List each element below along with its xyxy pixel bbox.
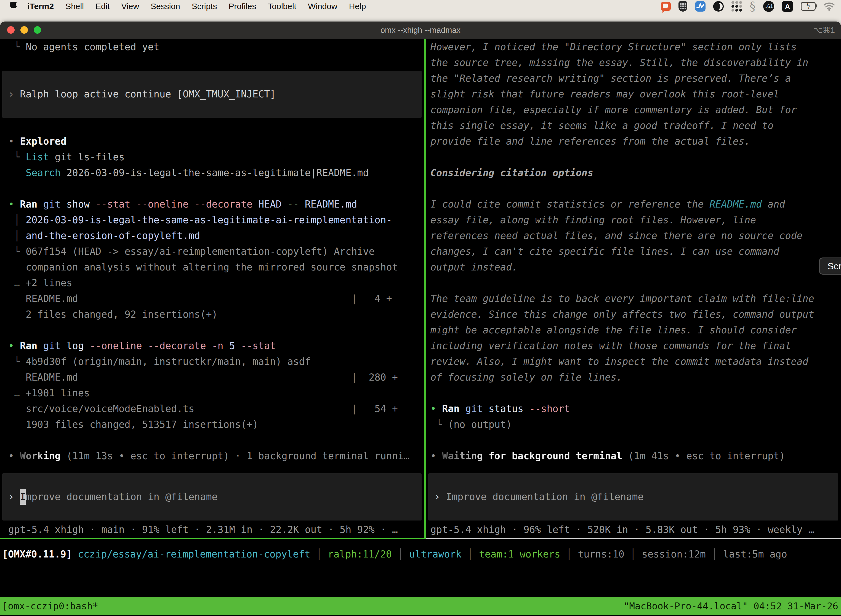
- below-tmux-strip: [0, 615, 841, 616]
- blank-line: [8, 55, 424, 70]
- squiggle-icon[interactable]: §: [750, 1, 756, 12]
- terminal-line: this single essay, it seems like a good …: [431, 118, 841, 133]
- menu-item-edit[interactable]: Edit: [90, 1, 116, 11]
- window-title-bar[interactable]: omx --xhigh --madmax ⌥⌘1: [0, 22, 841, 39]
- omx-segment: │: [392, 549, 409, 560]
- terminal-line: However, I noticed the "Directory Struct…: [431, 39, 841, 55]
- left-prompt-input[interactable]: › Improve documentation in @filename: [2, 473, 422, 521]
- omx-status-area: [OMX#0.11.9] cczip/essay/ai-reimplementa…: [0, 539, 841, 597]
- omx-status-line: [OMX#0.11.9] cczip/essay/ai-reimplementa…: [0, 539, 841, 562]
- chat-bubble-icon[interactable]: [661, 2, 671, 11]
- right-pane-scroll: However, I noticed the "Directory Struct…: [426, 39, 841, 464]
- left-status-line: gpt-5.4 xhigh · main · 91% left · 2.31M …: [8, 522, 422, 538]
- terminal-line: 2 files changed, 92 insertions(+): [8, 307, 424, 322]
- omx-segment: [OMX#0.11.9]: [2, 549, 78, 560]
- omx-segment: turns:10: [578, 549, 624, 560]
- terminal-line: … +2 lines: [8, 275, 424, 291]
- window-title: omx --xhigh --madmax: [381, 26, 460, 35]
- battery-icon[interactable]: ϟ: [801, 2, 816, 11]
- terminal-line: 1903 files changed, 513517 insertions(+): [8, 417, 424, 433]
- menu-item-window[interactable]: Window: [302, 1, 343, 11]
- blank-line: [431, 275, 841, 291]
- diff-stat-line: README.md | 4 +: [8, 291, 424, 307]
- terminal-line: review. Also, I might want to inspect th…: [431, 354, 841, 370]
- terminal-line: └ (no output): [431, 417, 841, 433]
- tmux-status-bar: [omx-cczip0:bash* "MacBook-Pro-44.local"…: [0, 597, 841, 615]
- right-prompt-chevron: ›: [434, 489, 446, 505]
- omx-segment: │: [560, 549, 578, 560]
- timer-badge-icon[interactable]: ..61: [763, 1, 774, 12]
- terminal-panes: └ No agents completed yet› Ralph loop ac…: [0, 39, 841, 538]
- menu-item-scripts[interactable]: Scripts: [186, 1, 223, 11]
- terminal-line: companion file, especially if more comme…: [431, 102, 841, 118]
- terminal-line: • Ran git status --short: [431, 401, 841, 417]
- wifi-icon[interactable]: [823, 2, 835, 11]
- menu-item-iterm2[interactable]: iTerm2: [22, 1, 60, 11]
- terminal-line: └ No agents completed yet: [8, 39, 424, 55]
- terminal-line: The team guideline is to back every impo…: [431, 291, 841, 307]
- left-pane[interactable]: └ No agents completed yet› Ralph loop ac…: [0, 39, 424, 538]
- blank-line: [431, 385, 841, 401]
- input-source-label: A: [785, 3, 790, 10]
- blank-line: [8, 322, 424, 338]
- timer-badge-label: ..61: [764, 3, 773, 9]
- left-input-text: mprove documentation in @filename: [26, 489, 217, 505]
- omx-segment: ultrawork: [409, 549, 462, 560]
- left-pane-scroll: └ No agents completed yet› Ralph loop ac…: [0, 39, 424, 464]
- terminal-line: including verification notes with those …: [431, 338, 841, 354]
- menu-item-profiles[interactable]: Profiles: [223, 1, 262, 11]
- omx-segment: last:5m ago: [723, 549, 787, 560]
- tmux-session-label: [omx-cczip0:bash*: [0, 601, 98, 612]
- omx-segment: cczip/essay/ai-reimplementation-copyleft: [78, 549, 311, 560]
- omx-segment: team:1 workers: [479, 549, 560, 560]
- screen-share-tooltip-text: Scre: [828, 261, 841, 271]
- terminal-line: │ and-the-erosion-of-copyleft.md: [8, 228, 424, 244]
- menu-item-help[interactable]: Help: [343, 1, 372, 11]
- terminal-line: … +1901 lines: [8, 385, 424, 401]
- terminal-line: the "Related research writing" section i…: [431, 70, 841, 87]
- terminal-line: │ 2026-03-09-is-legal-the-same-as-legiti…: [8, 212, 424, 228]
- crescent-icon[interactable]: [713, 1, 724, 12]
- minimize-button[interactable]: [21, 26, 28, 34]
- terminal-line: output instead.: [431, 260, 841, 275]
- terminal-line: └ List git ls-files: [8, 149, 424, 165]
- window-shortcut-badge: ⌥⌘1: [813, 25, 835, 35]
- screen-share-tooltip: Scre: [819, 258, 841, 274]
- terminal-line: • Explored: [8, 133, 424, 149]
- terminal-line: provide file and line references from th…: [431, 133, 841, 149]
- diff-stat-line: src/voice/voiceModeEnabled.ts | 54 +: [8, 401, 424, 417]
- blue-zigzag-badge-icon[interactable]: [695, 1, 706, 12]
- omx-segment: │: [624, 549, 642, 560]
- omx-segment: │: [706, 549, 723, 560]
- terminal-line: • Ran git log --oneline --decorate -n 5 …: [8, 338, 424, 354]
- menu-bar-left: iTerm2ShellEditViewSessionScriptsProfile…: [0, 0, 372, 13]
- charging-bolt-icon: ϟ: [806, 4, 810, 9]
- apple-menu-icon[interactable]: [9, 1, 18, 11]
- shield-grid-icon[interactable]: [678, 1, 687, 12]
- right-status-line: gpt-5.4 xhigh · 96% left · 520K in · 5.8…: [431, 522, 839, 538]
- terminal-line: └ 4b9d30f (origin/main, instructkr/main,…: [8, 354, 424, 370]
- input-source-icon[interactable]: A: [782, 1, 793, 12]
- close-button[interactable]: [7, 26, 15, 34]
- right-input-text: Improve documentation in @filename: [446, 489, 643, 505]
- terminal-line: I could cite commit statistics or refere…: [431, 197, 841, 212]
- traffic-lights: [7, 26, 41, 34]
- right-pane[interactable]: However, I noticed the "Directory Struct…: [426, 39, 841, 538]
- blank-line: [8, 181, 424, 197]
- omx-segment: ralph:11/20: [328, 549, 392, 560]
- injected-prompt-box[interactable]: › Ralph loop active continue [OMX_TMUX_I…: [2, 70, 422, 118]
- terminal-line: of focusing solely on file lines.: [431, 370, 841, 385]
- terminal-line: • Ran git show --stat --oneline --decora…: [8, 197, 424, 212]
- menu-item-shell[interactable]: Shell: [60, 1, 90, 11]
- dots-grid-icon[interactable]: [731, 1, 742, 12]
- menu-item-view[interactable]: View: [116, 1, 145, 11]
- terminal-line: references need actual files, and since …: [431, 228, 841, 244]
- right-prompt-input[interactable]: › Improve documentation in @filename: [428, 473, 838, 521]
- terminal-line: might be acceptable alongside the file l…: [431, 322, 841, 338]
- blank-line: [431, 181, 841, 197]
- menu-item-session[interactable]: Session: [145, 1, 186, 11]
- zoom-button[interactable]: [34, 26, 41, 34]
- menu-item-toolbelt[interactable]: Toolbelt: [262, 1, 302, 11]
- blank-line: [8, 433, 424, 448]
- left-input-cursor: I: [20, 489, 26, 505]
